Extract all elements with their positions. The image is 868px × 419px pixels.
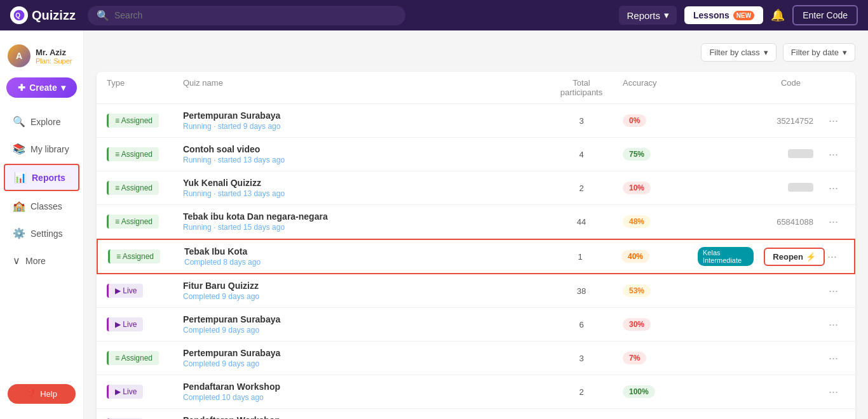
- chevron-down-icon: ▾: [61, 83, 65, 93]
- participants: 2: [540, 387, 623, 397]
- quiz-name: Pertempuran Surabaya: [183, 110, 540, 121]
- col-code: Code: [699, 78, 826, 97]
- participants: 3: [540, 116, 623, 126]
- quiz-status: Completed 10 days ago: [183, 393, 540, 402]
- sidebar-item-explore[interactable]: 🔍 Explore: [4, 109, 79, 134]
- quiz-name: Pertempuran Surabaya: [183, 314, 540, 324]
- type-badge-assigned: ≡ Assigned: [107, 181, 159, 195]
- table-row: ≡ Assigned Tebak Ibu Kota Completed 8 da…: [97, 239, 855, 274]
- sidebar-item-label: My library: [31, 144, 69, 154]
- chevron-down-icon: ▾: [843, 48, 847, 57]
- library-icon: 📚: [13, 143, 25, 155]
- lessons-button[interactable]: Lessons NEW: [684, 6, 763, 24]
- quiz-name: Contoh soal video: [183, 144, 540, 154]
- class-tag: Kelas Intermediate: [698, 247, 754, 266]
- more-options-button[interactable]: ···: [826, 179, 841, 197]
- reports-table: Type Quiz name Totalparticipants Accurac…: [97, 72, 855, 419]
- more-options-button[interactable]: ···: [826, 416, 841, 420]
- nav-right: Reports ▾ Lessons NEW 🔔 Enter Code: [619, 5, 858, 25]
- quiz-status: Running · started 15 days ago: [183, 223, 540, 232]
- more-options-button[interactable]: ···: [826, 316, 841, 334]
- more-options-button[interactable]: ···: [826, 112, 841, 130]
- filters-bar: Filter by class ▾ Filter by date ▾: [97, 43, 855, 62]
- reports-icon: 📊: [14, 171, 27, 183]
- enter-code-button[interactable]: Enter Code: [792, 5, 858, 25]
- sidebar-item-my-library[interactable]: 📚 My library: [4, 136, 79, 161]
- code-placeholder: [788, 183, 813, 192]
- settings-icon: ⚙️: [13, 227, 25, 239]
- chevron-down-icon: ▾: [764, 48, 768, 57]
- sidebar-item-settings[interactable]: ⚙️ Settings: [4, 221, 79, 246]
- search-icon: 🔍: [97, 10, 109, 22]
- table-row: ▶ Live Pendaftaran Workshop Completed 10…: [97, 409, 855, 419]
- lightning-icon: ⚡: [806, 252, 816, 262]
- participants: 3: [540, 354, 623, 363]
- user-name: Mr. Aziz: [36, 48, 72, 57]
- quiz-name: Tebak Ibu Kota: [184, 246, 539, 256]
- reopen-button[interactable]: Reopen ⚡: [764, 248, 825, 266]
- more-options-button[interactable]: ···: [826, 213, 841, 231]
- sidebar: A Mr. Aziz Plan: Super ✚ Create ▾ 🔍 Expl…: [0, 30, 84, 419]
- quiz-name: Pertempuran Surabaya: [183, 348, 540, 358]
- sidebar-item-more[interactable]: ∨ More: [4, 248, 79, 273]
- participants: 1: [539, 252, 621, 262]
- sidebar-item-reports[interactable]: 📊 Reports: [4, 164, 79, 191]
- quiz-status: Completed 8 days ago: [184, 258, 539, 267]
- more-options-button[interactable]: ···: [826, 145, 841, 164]
- reports-nav-button[interactable]: Reports ▾: [619, 6, 677, 25]
- logo-text: Quizizz: [32, 8, 76, 23]
- participants: 38: [540, 286, 623, 296]
- quiz-name: Tebak ibu kota Dan negara-negara: [183, 211, 540, 222]
- filter-by-class[interactable]: Filter by class ▾: [701, 43, 776, 62]
- type-badge-live: ▶ Live: [107, 317, 143, 331]
- table-row: ≡ Assigned Pertempuran Surabaya Running …: [97, 104, 855, 138]
- accuracy-badge: 53%: [623, 284, 651, 297]
- help-button[interactable]: ❓ Help: [8, 384, 76, 404]
- sidebar-item-label: More: [25, 256, 46, 266]
- sidebar-item-label: Reports: [32, 173, 65, 183]
- type-badge-live: ▶ Live: [107, 284, 143, 298]
- code-placeholder: [788, 149, 813, 158]
- sidebar-item-classes[interactable]: 🏫 Classes: [4, 194, 79, 218]
- table-row: ≡ Assigned Yuk Kenali Quizizz Running · …: [97, 171, 855, 205]
- help-icon: ❓: [26, 389, 36, 399]
- more-icon: ∨: [13, 255, 20, 267]
- quiz-status: Running · started 9 days ago: [183, 122, 540, 131]
- notifications-button[interactable]: 🔔: [771, 8, 785, 22]
- quiz-name: Pendaftaran Workshop: [183, 382, 540, 392]
- table-row: ▶ Live Fitur Baru Quizizz Completed 9 da…: [97, 274, 855, 308]
- quiz-name: Yuk Kenali Quizizz: [183, 178, 540, 188]
- reports-nav-label: Reports: [627, 10, 660, 21]
- avatar: A: [8, 44, 31, 67]
- main-content: Filter by class ▾ Filter by date ▾ Type …: [84, 30, 868, 419]
- participants: 44: [540, 217, 623, 227]
- type-badge-assigned: ≡ Assigned: [107, 351, 159, 365]
- search-bar[interactable]: 🔍: [88, 6, 405, 25]
- participants: 2: [540, 183, 623, 193]
- col-quiz-name: Quiz name: [183, 78, 540, 97]
- accuracy-badge: 75%: [623, 148, 651, 161]
- more-options-button[interactable]: ···: [825, 248, 839, 266]
- type-badge-live: ▶ Live: [107, 385, 143, 399]
- table-header: Type Quiz name Totalparticipants Accurac…: [97, 72, 855, 104]
- table-row: ≡ Assigned Pertempuran Surabaya Complete…: [97, 342, 855, 375]
- more-options-button[interactable]: ···: [826, 383, 841, 401]
- code-value: 65841088: [776, 217, 813, 227]
- type-badge-assigned: ≡ Assigned: [107, 215, 159, 229]
- quiz-name: Pendaftaran Workshop: [183, 415, 540, 419]
- svg-text:Q: Q: [15, 12, 20, 19]
- more-options-button[interactable]: ···: [826, 349, 841, 368]
- table-row: ≡ Assigned Tebak ibu kota Dan negara-neg…: [97, 205, 855, 239]
- code-value: 35214752: [776, 116, 813, 126]
- filter-by-date[interactable]: Filter by date ▾: [783, 43, 855, 62]
- logo[interactable]: Q Quizizz: [10, 6, 80, 24]
- more-options-button[interactable]: ···: [826, 282, 841, 300]
- participants: 6: [540, 320, 623, 329]
- accuracy-badge: 30%: [623, 318, 651, 331]
- type-badge-assigned: ≡ Assigned: [107, 147, 159, 161]
- col-total-participants: Totalparticipants: [540, 78, 623, 97]
- chevron-down-icon: ▾: [664, 10, 669, 21]
- create-button[interactable]: ✚ Create ▾: [6, 77, 77, 98]
- col-actions: [826, 78, 845, 97]
- search-input[interactable]: [114, 10, 397, 20]
